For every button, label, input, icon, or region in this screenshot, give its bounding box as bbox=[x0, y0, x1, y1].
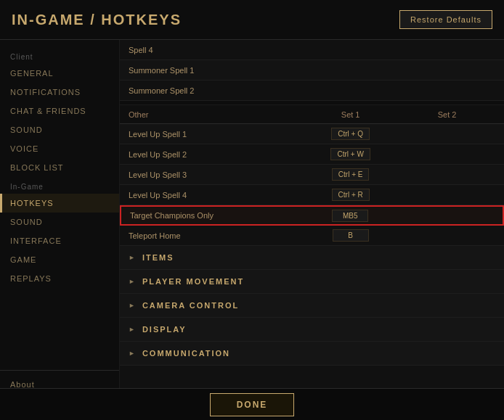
table-row: Spell 4 bbox=[120, 40, 504, 60]
content-area[interactable]: Spell 4 Summoner Spell 1 Summoner Spell … bbox=[120, 40, 504, 420]
table-row: Level Up Spell 2 Ctrl + W bbox=[120, 144, 504, 165]
player-movement-section: ► PLAYER MOVEMENT bbox=[120, 270, 504, 294]
chevron-right-icon: ► bbox=[129, 326, 137, 333]
chevron-right-icon: ► bbox=[129, 302, 137, 309]
camera-control-header[interactable]: ► CAMERA CONTROL bbox=[120, 294, 504, 317]
communication-header[interactable]: ► COMMUNICATION bbox=[120, 342, 504, 365]
sidebar-item-block-list[interactable]: BLOCK LIST bbox=[0, 158, 119, 177]
cell-name: Spell 4 bbox=[129, 46, 302, 54]
sidebar-item-general[interactable]: GENERAL bbox=[0, 64, 119, 83]
cell-name: Level Up Spell 1 bbox=[129, 130, 302, 139]
footer: DONE bbox=[0, 388, 504, 420]
sidebar-item-notifications[interactable]: NOTIFICATIONS bbox=[0, 83, 119, 102]
page-header: IN-GAME / HOTKEYS Restore Defaults bbox=[0, 0, 504, 40]
camera-control-label: CAMERA CONTROL bbox=[142, 301, 239, 310]
table-row: Summoner Spell 1 bbox=[120, 60, 504, 81]
items-section: ► ITEMS bbox=[120, 246, 504, 270]
communication-section: ► COMMUNICATION bbox=[120, 342, 504, 366]
spells-table: Spell 4 Summoner Spell 1 Summoner Spell … bbox=[120, 40, 504, 101]
communication-label: COMMUNICATION bbox=[142, 349, 230, 358]
table-row: Level Up Spell 4 Ctrl + R bbox=[120, 185, 504, 205]
sidebar-item-replays[interactable]: REPLAYS bbox=[0, 269, 119, 288]
done-button[interactable]: DONE bbox=[210, 393, 295, 416]
player-movement-header[interactable]: ► PLAYER MOVEMENT bbox=[120, 270, 504, 293]
chevron-right-icon: ► bbox=[129, 254, 137, 261]
cell-name: Summoner Spell 1 bbox=[129, 66, 302, 75]
keybind[interactable]: Ctrl + R bbox=[332, 189, 370, 201]
player-movement-label: PLAYER MOVEMENT bbox=[142, 277, 244, 286]
other-header-row: Other Set 1 Set 2 bbox=[120, 105, 504, 124]
keybind[interactable]: MB5 bbox=[332, 210, 368, 222]
display-section: ► DISPLAY bbox=[120, 318, 504, 342]
keybind[interactable]: B bbox=[333, 229, 369, 242]
display-header[interactable]: ► DISPLAY bbox=[120, 318, 504, 341]
chevron-right-icon: ► bbox=[129, 278, 137, 285]
chevron-right-icon: ► bbox=[129, 350, 137, 357]
cell-name: Level Up Spell 4 bbox=[129, 191, 302, 199]
breadcrumb-prefix: IN-GAME / bbox=[12, 12, 101, 28]
items-section-header[interactable]: ► ITEMS bbox=[120, 246, 504, 269]
table-row: Level Up Spell 1 Ctrl + Q bbox=[120, 124, 504, 144]
display-label: DISPLAY bbox=[142, 325, 187, 334]
sidebar-item-interface[interactable]: INTERFACE bbox=[0, 231, 119, 250]
restore-defaults-button[interactable]: Restore Defaults bbox=[399, 10, 492, 29]
sidebar-item-sound-ingame[interactable]: SOUND bbox=[0, 213, 119, 231]
camera-control-section: ► CAMERA CONTROL bbox=[120, 294, 504, 318]
sidebar: Client GENERAL NOTIFICATIONS CHAT & FRIE… bbox=[0, 40, 120, 420]
target-champions-row: Target Champions Only MB5 bbox=[120, 205, 504, 226]
sidebar-item-game[interactable]: GAME bbox=[0, 250, 119, 269]
cell-name: Level Up Spell 3 bbox=[129, 170, 302, 179]
sidebar-item-sound-client[interactable]: SOUND bbox=[0, 120, 119, 139]
col-set1: Set 1 bbox=[302, 110, 399, 119]
main-layout: Client GENERAL NOTIFICATIONS CHAT & FRIE… bbox=[0, 40, 504, 420]
items-section-label: ITEMS bbox=[142, 253, 174, 262]
cell-name: Teleport Home bbox=[129, 231, 302, 240]
sidebar-section-ingame: In-Game bbox=[0, 177, 119, 194]
page-title: IN-GAME / HOTKEYS bbox=[12, 12, 182, 28]
sidebar-item-hotkeys[interactable]: HOTKEYS bbox=[0, 194, 119, 213]
keybind[interactable]: Ctrl + E bbox=[332, 168, 370, 181]
table-row: Teleport Home B bbox=[120, 226, 504, 246]
cell-name: Target Champions Only bbox=[130, 211, 302, 220]
table-row: Level Up Spell 3 Ctrl + E bbox=[120, 165, 504, 185]
keybind[interactable]: Ctrl + W bbox=[330, 148, 370, 160]
sidebar-section-client: Client bbox=[0, 47, 119, 64]
sidebar-item-voice[interactable]: VOICE bbox=[0, 139, 119, 158]
table-row: Summoner Spell 2 bbox=[120, 81, 504, 101]
cell-name: Summoner Spell 2 bbox=[129, 86, 302, 95]
page-title-main: HOTKEYS bbox=[101, 12, 182, 28]
col-other: Other bbox=[129, 110, 302, 119]
keybind[interactable]: Ctrl + Q bbox=[331, 128, 370, 140]
cell-name: Level Up Spell 2 bbox=[129, 150, 302, 159]
sidebar-item-chat-friends[interactable]: CHAT & FRIENDS bbox=[0, 102, 119, 120]
col-set2: Set 2 bbox=[399, 110, 495, 119]
